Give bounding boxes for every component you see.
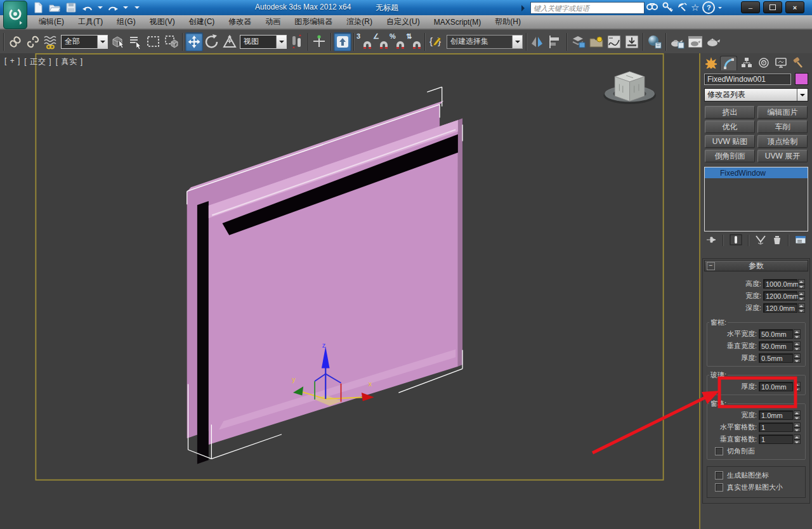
extrude-button[interactable]: 挤出 [705,106,755,119]
select-by-name-icon[interactable] [127,32,145,51]
modifier-list-dropdown[interactable]: 修改器列表 [704,88,808,101]
menu-animation[interactable]: 动画 [258,15,287,29]
viewcube[interactable] [603,72,656,104]
viewport-menu-shading[interactable]: [ 真实 ] [56,56,83,67]
height-field[interactable]: 1000.0mm [763,279,797,289]
spinner-snap-icon[interactable]: ⇅ [406,33,422,51]
make-unique-icon[interactable] [755,235,766,246]
vert-width-field[interactable]: 50.0mm [759,341,793,351]
real-world-map-size-checkbox[interactable] [715,483,723,492]
unwrap-uvw-button[interactable]: UVW 展开 [757,150,808,162]
vertex-paint-button[interactable]: 顶点绘制 [757,135,808,148]
material-editor-icon[interactable] [646,32,664,51]
maximize-button[interactable] [763,1,782,13]
glass-thickness-spinner[interactable] [794,382,801,391]
favorites-star-icon[interactable]: ☆ [691,2,699,13]
tab-motion[interactable] [756,56,771,70]
schematic-view-icon[interactable] [623,32,641,51]
bind-to-space-warp-icon[interactable] [42,32,60,51]
glass-thickness-field[interactable]: 10.0mm [759,382,793,391]
help-dropdown-icon[interactable] [718,7,722,11]
dropdown-arrow-icon[interactable] [797,89,808,101]
undo-dropdown-icon[interactable] [98,6,103,11]
reference-coordinate-dropdown[interactable]: 视图 [240,35,287,49]
edit-named-selection-sets-icon[interactable]: {} [428,32,445,51]
viewport-menu-general[interactable]: [ + ] [4,56,20,67]
search-icon[interactable] [646,1,658,15]
edit-patch-button[interactable]: 编辑面片 [757,106,808,119]
horiz-width-field[interactable]: 50.0mm [759,329,793,339]
angle-snap-icon[interactable]: ∠ [373,33,390,51]
remove-modifier-icon[interactable] [772,235,782,246]
rendered-frame-window-icon[interactable] [686,32,704,51]
frame-thickness-field[interactable]: 0.5mm [759,353,793,363]
menu-help[interactable]: 帮助(H) [488,15,528,29]
window-crossing-icon[interactable] [162,32,180,51]
dropdown-arrow-icon[interactable] [276,36,286,48]
panel-scroll-indicator[interactable] [699,53,700,529]
vert-rail-count-spinner[interactable] [794,434,801,444]
collapse-icon[interactable]: − [707,262,715,270]
tab-create[interactable] [703,56,719,70]
lathe-button[interactable]: 车削 [757,121,808,133]
show-end-result-icon[interactable] [730,234,742,247]
communication-center-icon[interactable] [676,1,688,15]
bevel-profile-button[interactable]: 倒角剖面 [705,150,755,162]
optimize-button[interactable]: 优化 [705,121,755,133]
named-selection-sets-dropdown[interactable]: 创建选择集 [447,35,523,49]
select-and-rotate-icon[interactable] [203,32,221,51]
tab-display[interactable] [773,56,789,70]
dropdown-arrow-icon[interactable] [97,36,107,48]
horiz-rail-count-field[interactable]: 1 [759,422,793,432]
rectangular-selection-region-icon[interactable] [145,32,162,51]
key-icon[interactable] [662,1,673,15]
menu-customize[interactable]: 自定义(U) [379,15,427,29]
application-menu-button[interactable] [3,1,27,29]
tab-utilities[interactable] [790,56,806,70]
tab-modify[interactable] [720,56,737,70]
rail-width-spinner[interactable] [794,410,801,420]
layer-manager-icon[interactable] [570,32,587,51]
width-spinner[interactable] [798,291,805,301]
parameters-rollout-header[interactable]: − 参数 [704,260,808,271]
viewport-canvas[interactable]: z y x [0,53,699,529]
align-icon[interactable] [547,32,565,51]
save-file-icon[interactable] [65,1,77,14]
frame-thickness-spinner[interactable] [794,353,801,363]
minimize-button[interactable]: – [741,1,760,13]
curve-editor-icon[interactable] [605,32,623,51]
tab-hierarchy[interactable] [738,56,754,70]
menu-group[interactable]: 组(G) [110,15,142,29]
chamfered-profile-checkbox[interactable] [715,447,723,455]
new-scene-icon[interactable] [32,1,44,14]
qat-customize-icon[interactable] [134,6,140,11]
object-name-field[interactable]: FixedWindow001 [704,74,791,85]
perspective-viewport[interactable]: [ + ] [ 正交 ] [ 真实 ] [0,53,699,529]
search-collapse-icon[interactable] [521,5,528,11]
dropdown-arrow-icon[interactable] [512,36,522,48]
rail-width-field[interactable]: 1.0mm [759,410,793,420]
undo-icon[interactable] [81,1,94,14]
viewport-menu-pov[interactable]: [ 正交 ] [24,56,51,67]
render-production-icon[interactable] [704,32,722,51]
redo-icon[interactable] [107,1,119,14]
graphite-tools-icon[interactable] [587,32,605,51]
uvw-map-button[interactable]: UVW 贴图 [705,135,755,148]
horiz-width-spinner[interactable] [794,329,801,339]
menu-tools[interactable]: 工具(T) [71,15,110,29]
open-file-icon[interactable] [48,1,61,14]
select-object-icon[interactable] [109,32,127,51]
pin-stack-icon[interactable] [705,235,717,246]
snaps-toggle-3d-icon[interactable]: 3 [357,33,373,51]
height-spinner[interactable] [798,279,805,289]
stack-item-fixedwindow[interactable]: FixedWindow [705,167,808,178]
vert-rail-count-field[interactable]: 1 [759,434,793,444]
render-setup-icon[interactable] [669,32,686,51]
unlink-selection-icon[interactable] [24,32,42,51]
menu-maxscript[interactable]: MAXScript(M) [427,16,488,29]
percent-snap-icon[interactable]: % [390,33,406,51]
select-and-move-icon[interactable] [185,32,203,51]
mirror-icon[interactable] [529,32,547,51]
menu-rendering[interactable]: 渲染(R) [339,15,379,29]
object-color-swatch[interactable] [795,73,808,85]
